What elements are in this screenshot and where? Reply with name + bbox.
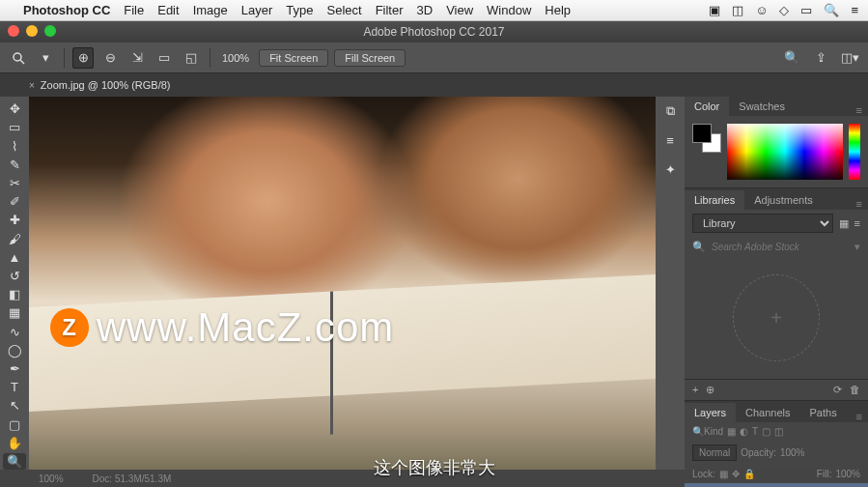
canvas[interactable]: Z www.MacZ.com (29, 97, 656, 470)
zoom-tool[interactable]: 🔍 (3, 453, 26, 470)
scrubby-zoom-icon[interactable]: ◱ (181, 47, 202, 69)
tab-paths[interactable]: Paths (800, 403, 847, 422)
eraser-tool[interactable]: ◧ (3, 286, 26, 302)
menu-filter[interactable]: Filter (376, 3, 404, 17)
dodge-tool[interactable]: ◯ (3, 342, 26, 358)
quick-select-tool[interactable]: ✎ (3, 157, 26, 173)
share-icon[interactable]: ⇪ (810, 47, 831, 69)
filter-shape-icon[interactable]: ▢ (762, 426, 770, 437)
lasso-tool[interactable]: ⌇ (3, 137, 26, 154)
menu-view[interactable]: View (446, 3, 473, 17)
fg-color-swatch[interactable] (692, 124, 712, 143)
brush-tool[interactable]: 🖌 (3, 230, 26, 246)
battery-icon[interactable]: ▭ (800, 3, 812, 17)
menu-image[interactable]: Image (193, 3, 228, 17)
color-spectrum[interactable] (727, 124, 843, 180)
search-icon[interactable]: 🔍 (824, 3, 839, 17)
add-icon[interactable]: ⊕ (706, 384, 714, 396)
marquee-tool[interactable]: ▭ (3, 119, 26, 135)
opacity-value[interactable]: 100% (780, 447, 805, 458)
menu-select[interactable]: Select (326, 3, 361, 17)
eyedropper-tool[interactable]: ✐ (3, 193, 26, 210)
hand-tool[interactable]: ✋ (3, 435, 26, 451)
close-window-button[interactable] (8, 25, 19, 37)
menu-file[interactable]: File (124, 3, 144, 17)
library-selector[interactable]: Library (692, 214, 833, 233)
stamp-tool[interactable]: ▲ (3, 249, 26, 266)
status-zoom[interactable]: 100% (39, 473, 64, 484)
filter-pixel-icon[interactable]: ▦ (727, 426, 736, 437)
tab-channels[interactable]: Channels (736, 403, 799, 422)
chevron-down-icon[interactable]: ▾ (854, 241, 860, 253)
search-app-icon[interactable]: 🔍 (781, 47, 802, 69)
tab-swatches[interactable]: Swatches (729, 97, 795, 116)
fill-value[interactable]: 100% (835, 469, 860, 479)
tab-layers[interactable]: Layers (685, 403, 736, 422)
tab-adjustments[interactable]: Adjustments (744, 190, 823, 210)
zoom-in-icon[interactable]: ⊕ (72, 47, 94, 69)
screen-record-icon[interactable]: ▣ (709, 3, 720, 17)
chevron-down-icon[interactable]: ▾ (35, 47, 56, 69)
lock-pixels-icon[interactable]: 🔒 (743, 469, 755, 479)
zoom-percent-button[interactable]: 100% (218, 52, 253, 64)
stock-search-input[interactable] (712, 242, 849, 252)
crop-tool[interactable]: ✂ (3, 175, 26, 191)
maximize-window-button[interactable] (44, 25, 56, 37)
brush-panel-icon[interactable]: ✦ (658, 158, 682, 180)
blend-mode-select[interactable]: Normal (692, 444, 737, 461)
resize-window-icon[interactable]: ⇲ (126, 47, 148, 69)
panel-menu-icon[interactable]: ≡ (851, 104, 868, 116)
menu-window[interactable]: Window (487, 3, 531, 17)
sync-icon[interactable]: ⟳ (833, 384, 842, 396)
wifi-icon[interactable]: ◇ (779, 3, 789, 17)
grid-view-icon[interactable]: ▦ (839, 217, 849, 230)
healing-tool[interactable]: ✚ (3, 212, 26, 228)
shape-tool[interactable]: ▢ (3, 415, 26, 432)
layer-row[interactable]: 👁 Background 🔒 (685, 483, 868, 487)
app-menu[interactable]: Photoshop CC (23, 3, 110, 17)
list-view-icon[interactable]: ≡ (854, 217, 860, 229)
close-tab-icon[interactable]: × (29, 80, 35, 91)
document-tab[interactable]: × Zoom.jpg @ 100% (RGB/8) (29, 79, 171, 91)
filter-smart-icon[interactable]: ◫ (774, 426, 783, 437)
workspace-switcher-icon[interactable]: ◫▾ (839, 47, 860, 69)
menu-type[interactable]: Type (286, 3, 313, 17)
display-icon[interactable]: ◫ (732, 3, 743, 17)
pen-tool[interactable]: ✒ (3, 360, 26, 377)
menu-layer[interactable]: Layer (241, 3, 273, 17)
type-tool[interactable]: T (3, 379, 26, 395)
path-tool[interactable]: ↖ (3, 397, 26, 414)
fgbg-swatches[interactable] (692, 124, 721, 153)
properties-panel-icon[interactable]: ≡ (658, 129, 682, 151)
panel-menu-icon[interactable]: ≡ (851, 198, 868, 210)
move-tool[interactable]: ✥ (3, 100, 26, 117)
history-brush-tool[interactable]: ↺ (3, 268, 26, 284)
menu-help[interactable]: Help (545, 3, 571, 17)
menu-extras-icon[interactable]: ≡ (851, 3, 858, 17)
history-panel-icon[interactable]: ⧉ (658, 100, 682, 122)
tab-color[interactable]: Color (685, 97, 729, 116)
gradient-tool[interactable]: ▦ (3, 304, 26, 321)
hue-strip[interactable] (849, 124, 860, 180)
fill-screen-button[interactable]: Fill Screen (334, 49, 406, 67)
zoom-out-icon[interactable]: ⊖ (99, 47, 121, 69)
zoom-all-icon[interactable]: ▭ (154, 47, 175, 69)
blur-tool[interactable]: ∿ (3, 323, 26, 339)
menu-3d[interactable]: 3D (417, 3, 434, 17)
tab-libraries[interactable]: Libraries (685, 190, 744, 210)
zoom-tool-icon[interactable] (8, 47, 29, 69)
library-placeholder[interactable]: + (733, 274, 820, 361)
filter-type-icon[interactable]: T (752, 426, 758, 437)
status-doc-size[interactable]: Doc: 51.3M/51.3M (93, 473, 172, 484)
lock-position-icon[interactable]: ✥ (732, 469, 740, 479)
filter-adjust-icon[interactable]: ◐ (740, 426, 748, 437)
layer-filter-kind[interactable]: 🔍Kind (692, 426, 723, 437)
fit-screen-button[interactable]: Fit Screen (259, 49, 328, 67)
minimize-window-button[interactable] (26, 25, 38, 37)
menu-edit[interactable]: Edit (157, 3, 179, 17)
trash-icon[interactable]: 🗑 (850, 384, 860, 396)
face-icon[interactable]: ☺ (755, 3, 768, 17)
lock-all-icon[interactable]: ▦ (719, 469, 728, 479)
add-asset-icon[interactable]: + (692, 384, 698, 396)
panel-menu-icon[interactable]: ≡ (851, 411, 868, 422)
